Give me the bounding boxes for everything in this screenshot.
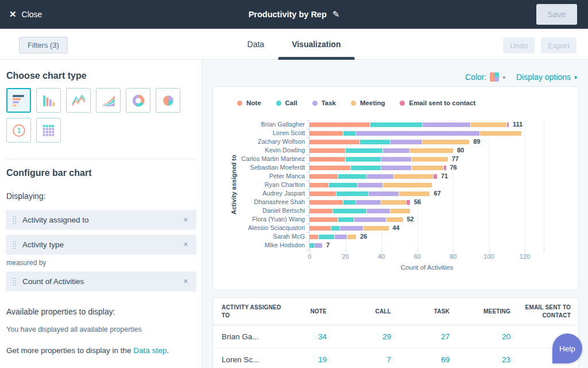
bar-segment-task[interactable] <box>423 122 471 127</box>
bar-segment-note[interactable] <box>310 140 360 144</box>
bar-segment-note[interactable] <box>310 235 319 239</box>
drag-handle-icon[interactable] <box>13 216 17 225</box>
legend-item[interactable]: Email sent to contact <box>400 99 475 106</box>
table-value-cell[interactable]: 27 <box>391 325 450 348</box>
bar-segment-meeting[interactable] <box>363 226 389 231</box>
legend-item[interactable]: Note <box>237 99 261 106</box>
chart-type-line[interactable] <box>66 88 91 113</box>
bar-segment-note[interactable] <box>310 200 343 205</box>
bar-segment-task[interactable] <box>381 166 412 170</box>
bar-segment-meeting[interactable] <box>383 183 431 187</box>
bar-segment-note[interactable] <box>310 209 333 213</box>
table-value-cell[interactable]: 20 <box>450 325 510 348</box>
bar-segment-note[interactable] <box>310 183 329 187</box>
bar-segment-call[interactable] <box>360 140 390 144</box>
bar-segment-meeting[interactable] <box>412 166 444 170</box>
save-button[interactable]: Save <box>536 4 577 25</box>
bar-segment-task[interactable] <box>335 235 347 239</box>
remove-pill-icon[interactable]: ✕ <box>183 241 188 248</box>
tab-visualization[interactable]: Visualization <box>278 29 354 60</box>
chart-type-table[interactable] <box>36 118 61 143</box>
bar-segment-email-sent-to-contact[interactable] <box>444 166 446 170</box>
bar-segment-note[interactable] <box>310 166 351 170</box>
tab-data[interactable]: Data <box>234 29 278 60</box>
remove-pill-icon[interactable]: ✕ <box>183 278 188 285</box>
bar-segment-email-sent-to-contact[interactable] <box>407 200 410 205</box>
bar-segment-note[interactable] <box>310 157 346 162</box>
bar-segment-meeting[interactable] <box>381 200 407 205</box>
bar-segment-call[interactable] <box>338 174 367 179</box>
undo-button[interactable]: Undo <box>503 37 535 53</box>
table-value-cell[interactable]: 7 <box>327 348 391 368</box>
bar-segment-meeting[interactable] <box>471 122 507 127</box>
chart-type-area[interactable] <box>96 88 121 113</box>
bar-segment-meeting[interactable] <box>347 235 357 239</box>
edit-title-pencil-icon[interactable]: ✎ <box>332 9 340 20</box>
bar-segment-email-sent-to-contact[interactable] <box>507 122 509 127</box>
bar-segment-call[interactable] <box>343 131 356 136</box>
bar-segment-meeting[interactable] <box>412 157 448 162</box>
bar-segment-call[interactable] <box>336 191 369 196</box>
bar-segment-call[interactable] <box>351 166 381 170</box>
bar-segment-meeting[interactable] <box>390 209 410 213</box>
remove-pill-icon[interactable]: ✕ <box>183 216 188 224</box>
bar-segment-call[interactable] <box>346 157 382 162</box>
legend-item[interactable]: Meeting <box>351 99 385 106</box>
bar-segment-meeting[interactable] <box>386 217 403 222</box>
chart-type-vertical-bar[interactable] <box>36 88 61 113</box>
bar-segment-task[interactable] <box>381 157 412 162</box>
table-value-cell[interactable]: 69 <box>391 348 450 368</box>
bar-segment-task[interactable] <box>354 217 386 222</box>
bar-segment-task[interactable] <box>356 200 381 205</box>
display-options-dropdown[interactable]: Display options ▾ <box>516 72 577 82</box>
chart-type-pie[interactable] <box>156 88 180 113</box>
legend-item[interactable]: Task <box>312 99 336 106</box>
bar-segment-note[interactable] <box>310 148 346 153</box>
export-button[interactable]: Export <box>541 37 577 53</box>
table-value-cell[interactable]: 34 <box>288 325 327 348</box>
bar-segment-call[interactable] <box>331 226 341 231</box>
legend-item[interactable]: Call <box>276 99 297 106</box>
bar-segment-meeting[interactable] <box>410 148 453 153</box>
chart-type-number[interactable]: 1 <box>6 118 31 143</box>
table-value-cell[interactable]: 19 <box>288 348 327 368</box>
help-button[interactable]: Help <box>552 334 582 363</box>
bar-segment-call[interactable] <box>329 183 358 187</box>
bar-segment-task[interactable] <box>390 140 423 144</box>
bar-segment-note[interactable] <box>310 226 331 231</box>
filters-button[interactable]: Filters (3) <box>19 37 68 53</box>
bar-segment-task[interactable] <box>367 174 394 179</box>
bar-segment-email-sent-to-contact[interactable] <box>434 174 437 179</box>
bar-segment-call[interactable] <box>338 217 354 222</box>
bar-segment-note[interactable] <box>310 131 343 136</box>
bar-segment-meeting[interactable] <box>394 174 434 179</box>
bar-segment-task[interactable] <box>369 191 399 196</box>
bar-segment-call[interactable] <box>343 200 356 205</box>
bar-segment-meeting[interactable] <box>399 191 430 196</box>
bar-segment-note[interactable] <box>310 217 338 222</box>
dimension-pill-activity-type[interactable]: Activity type ✕ <box>6 235 196 255</box>
bar-segment-call[interactable] <box>319 235 335 239</box>
bar-segment-task[interactable] <box>356 131 480 136</box>
bar-segment-task[interactable] <box>340 226 363 231</box>
data-step-link[interactable]: Data step <box>133 346 167 355</box>
bar-segment-call[interactable] <box>370 122 423 127</box>
dimension-pill-activity-assigned-to[interactable]: Activity assigned to ✕ <box>6 210 196 230</box>
bar-segment-task[interactable] <box>367 209 390 213</box>
bar-segment-task[interactable] <box>358 183 383 187</box>
table-value-cell[interactable]: 29 <box>327 325 391 348</box>
bar-segment-task[interactable] <box>383 148 410 153</box>
chart-type-donut[interactable] <box>126 88 150 113</box>
color-dropdown[interactable]: Color: ▾ <box>465 72 505 82</box>
bar-segment-task[interactable] <box>315 243 322 248</box>
bar-segment-call[interactable] <box>346 148 384 153</box>
drag-handle-icon[interactable] <box>13 240 17 250</box>
bar-segment-note[interactable] <box>310 122 370 127</box>
chart-type-horizontal-bar[interactable] <box>6 88 31 113</box>
bar-segment-meeting[interactable] <box>423 140 469 144</box>
measure-pill-count-of-activities[interactable]: Count of Activities ✕ <box>6 271 196 292</box>
bar-segment-call[interactable] <box>333 209 367 213</box>
bar-segment-note[interactable] <box>310 174 338 179</box>
bar-segment-note[interactable] <box>310 191 336 196</box>
bar-segment-call[interactable] <box>310 243 315 248</box>
